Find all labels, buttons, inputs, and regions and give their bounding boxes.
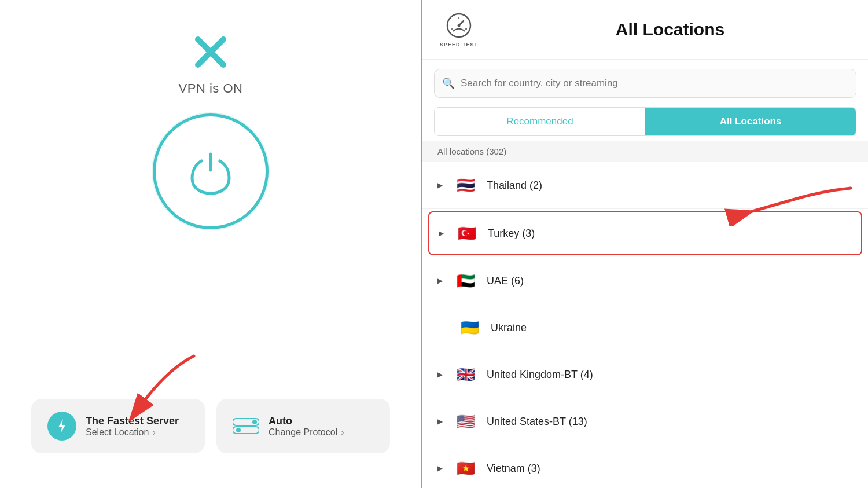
expand-arrow-icon: ▶ (437, 370, 443, 379)
right-panel: SPEED TEST All Locations 🔍 Recommended A… (422, 0, 868, 488)
list-item[interactable]: 🇺🇦 Ukraine (422, 304, 868, 351)
svg-point-10 (458, 24, 461, 27)
location-text: The Fastest Server Select Location › (86, 415, 179, 438)
left-top: VPN is ON (153, 35, 269, 229)
protocol-chevron-icon: › (341, 427, 344, 438)
location-name: Turkey (3) (488, 228, 535, 240)
location-name: United States-BT (13) (487, 416, 587, 428)
search-icon: 🔍 (442, 77, 455, 90)
power-button[interactable] (153, 113, 269, 229)
vpn-logo-icon (193, 35, 228, 69)
vpn-status-label: VPN is ON (179, 81, 243, 96)
flag-turkey: 🇹🇷 (454, 221, 480, 246)
protocol-subtitle: Change Protocol › (269, 427, 344, 438)
list-item[interactable]: ▶ 🇻🇳 Vietnam (3) (422, 445, 868, 488)
change-protocol-card[interactable]: Auto Change Protocol › (216, 399, 390, 453)
list-item-turkey[interactable]: ▶ 🇹🇷 Turkey (3) (428, 211, 862, 255)
page-title: All Locations (490, 20, 851, 39)
expand-arrow-icon: ▶ (439, 229, 444, 237)
bottom-bar: The Fastest Server Select Location › (23, 399, 398, 453)
location-subtitle: Select Location › (86, 427, 179, 438)
right-header: SPEED TEST All Locations (422, 0, 868, 60)
list-item[interactable]: ▶ 🇦🇪 UAE (6) (422, 258, 868, 304)
expand-arrow-icon: ▶ (437, 417, 443, 425)
expand-arrow-icon: ▶ (437, 181, 443, 189)
svg-marker-2 (58, 419, 65, 433)
list-item[interactable]: ▶ 🇹🇭 Thailand (2) (422, 162, 868, 209)
power-button-container (153, 113, 269, 229)
svg-point-5 (252, 420, 257, 424)
location-name: Thailand (2) (487, 179, 542, 192)
flag-vietnam: 🇻🇳 (453, 456, 479, 481)
location-name: Vietnam (3) (487, 463, 540, 475)
speed-test-button[interactable]: SPEED TEST (440, 12, 478, 47)
tab-bar: Recommended All Locations (434, 107, 856, 136)
flag-uk: 🇬🇧 (453, 362, 479, 387)
tab-all-locations[interactable]: All Locations (645, 108, 856, 135)
location-icon-bg (47, 412, 76, 441)
location-list: ▶ 🇹🇭 Thailand (2) ▶ 🇹🇷 Turkey (3) ▶ 🇦🇪 U… (422, 162, 868, 488)
location-name: United Kingdom-BT (4) (487, 369, 593, 381)
svg-point-6 (236, 428, 241, 432)
expand-arrow-icon: ▶ (437, 277, 443, 285)
flag-ukraine: 🇺🇦 (457, 315, 483, 340)
location-name: Ukraine (491, 322, 527, 334)
list-item[interactable]: ▶ 🇬🇧 United Kingdom-BT (4) (422, 351, 868, 398)
location-title: The Fastest Server (86, 415, 179, 427)
flag-uae: 🇦🇪 (453, 268, 479, 293)
protocol-toggle-icon (233, 418, 259, 434)
list-item[interactable]: ▶ 🇺🇸 United States-BT (13) (422, 398, 868, 445)
search-bar: 🔍 (434, 69, 856, 98)
protocol-icon (233, 418, 259, 434)
select-location-card[interactable]: The Fastest Server Select Location › (31, 399, 205, 453)
flag-us: 🇺🇸 (453, 409, 479, 434)
left-panel: VPN is ON The Fastest Server Sele (0, 0, 422, 488)
speedometer-icon (445, 12, 473, 39)
turkey-highlighted-wrapper: ▶ 🇹🇷 Turkey (3) (422, 209, 868, 258)
location-count: All locations (302) (422, 141, 868, 162)
lightning-icon (54, 418, 70, 434)
protocol-title: Auto (269, 415, 344, 427)
flag-thailand: 🇹🇭 (453, 173, 479, 198)
speed-test-label: SPEED TEST (440, 42, 478, 47)
search-input[interactable] (434, 69, 856, 98)
tab-recommended[interactable]: Recommended (435, 108, 645, 135)
location-name: UAE (6) (487, 275, 524, 287)
expand-arrow-icon: ▶ (437, 464, 443, 472)
location-chevron-icon: › (152, 427, 155, 438)
power-icon (187, 148, 234, 195)
protocol-text: Auto Change Protocol › (269, 415, 344, 438)
